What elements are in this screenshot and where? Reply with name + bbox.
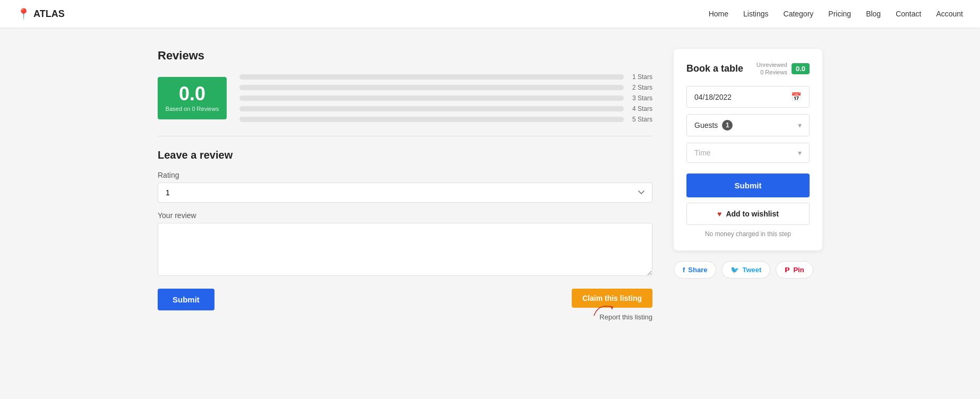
social-share: f Share 🐦 Tweet 𝗣 Pin xyxy=(674,261,822,279)
review-submit-button[interactable]: Submit xyxy=(158,289,214,310)
nav-account[interactable]: Account xyxy=(936,10,963,18)
bar-track-5 xyxy=(239,117,624,122)
tweet-label: Tweet xyxy=(742,266,761,274)
heart-icon: ♥ xyxy=(717,210,721,218)
time-placeholder: Time xyxy=(694,149,711,157)
bar-row-5: 5 Stars xyxy=(239,116,652,123)
leave-review-title: Leave a review xyxy=(158,149,652,161)
facebook-share-button[interactable]: f Share xyxy=(674,261,716,279)
claim-report: Claim this listing Report this listing xyxy=(562,289,652,321)
unreviewed-block: Unreviewed 0 Reviews xyxy=(757,62,787,75)
reviews-count: 0 Reviews xyxy=(760,69,787,75)
share-label: Share xyxy=(688,266,707,274)
guests-chevron-icon: ▾ xyxy=(798,121,802,129)
twitter-icon: 🐦 xyxy=(730,266,739,274)
review-textarea[interactable] xyxy=(158,223,652,276)
svg-marker-0 xyxy=(610,306,613,310)
time-row[interactable]: Time ▾ xyxy=(686,143,810,163)
nav-category[interactable]: Category xyxy=(784,10,814,18)
rating-label: Based on 0 Reviews xyxy=(166,106,219,112)
rating-number: 0.0 xyxy=(179,84,205,103)
bar-track-2 xyxy=(239,85,624,90)
bar-row-2: 2 Stars xyxy=(239,84,652,91)
review-form-group: Your review xyxy=(158,211,652,278)
divider-1 xyxy=(158,136,652,136)
date-input-row[interactable]: 04/18/2022 📅 xyxy=(686,86,810,108)
star-label-4: 4 Stars xyxy=(630,105,652,112)
report-link[interactable]: Report this listing xyxy=(562,313,652,321)
nav-pricing[interactable]: Pricing xyxy=(828,10,851,18)
reviews-summary: 0.0 Based on 0 Reviews 1 Stars 2 Stars 3… xyxy=(158,73,652,123)
book-rating-badge: 0.0 xyxy=(792,63,810,74)
unreviewed-label: Unreviewed xyxy=(757,62,787,68)
guests-row[interactable]: Guests 1 ▾ xyxy=(686,114,810,136)
rating-form-label: Rating xyxy=(158,171,652,179)
star-label-2: 2 Stars xyxy=(630,84,652,91)
bottom-actions: Submit Claim this listing Report this li… xyxy=(158,289,652,321)
nav-contact[interactable]: Contact xyxy=(896,10,921,18)
guests-left: Guests 1 xyxy=(694,120,733,131)
guests-label: Guests xyxy=(694,121,718,129)
bar-row-3: 3 Stars xyxy=(239,94,652,102)
nav-listings[interactable]: Listings xyxy=(743,10,768,18)
bar-track-3 xyxy=(239,96,624,101)
bar-track-4 xyxy=(239,106,624,111)
logo[interactable]: 📍 ATLAS xyxy=(17,7,65,20)
logo-text: ATLAS xyxy=(33,8,65,20)
star-label-5: 5 Stars xyxy=(630,116,652,123)
calendar-icon: 📅 xyxy=(791,92,802,102)
sidebar: Book a table Unreviewed 0 Reviews 0.0 04… xyxy=(674,49,822,321)
guests-badge: 1 xyxy=(722,120,733,131)
facebook-icon: f xyxy=(683,266,685,274)
book-submit-button[interactable]: Submit xyxy=(686,174,810,197)
navbar: 📍 ATLAS Home Listings Category Pricing B… xyxy=(0,0,980,28)
star-label-3: 3 Stars xyxy=(630,94,652,102)
nav-blog[interactable]: Blog xyxy=(866,10,881,18)
book-card-header: Book a table Unreviewed 0 Reviews 0.0 xyxy=(686,62,810,75)
pinterest-share-button[interactable]: 𝗣 Pin xyxy=(776,261,813,279)
twitter-share-button[interactable]: 🐦 Tweet xyxy=(721,261,770,279)
pinterest-icon: 𝗣 xyxy=(785,266,790,274)
wishlist-button[interactable]: ♥ Add to wishlist xyxy=(686,203,810,225)
rating-form-group: Rating 1 2 3 4 5 xyxy=(158,171,652,203)
date-value: 04/18/2022 xyxy=(694,93,732,101)
reviews-title: Reviews xyxy=(158,49,652,63)
review-form-label: Your review xyxy=(158,211,652,220)
book-title: Book a table xyxy=(686,63,743,74)
bar-row-1: 1 Stars xyxy=(239,73,652,81)
star-label-1: 1 Stars xyxy=(630,73,652,81)
book-card: Book a table Unreviewed 0 Reviews 0.0 04… xyxy=(674,49,822,250)
no-charge-text: No money charged in this step xyxy=(686,230,810,238)
rating-box: 0.0 Based on 0 Reviews xyxy=(158,77,227,119)
bar-row-4: 4 Stars xyxy=(239,105,652,112)
logo-icon: 📍 xyxy=(17,7,30,20)
nav-home[interactable]: Home xyxy=(709,10,728,18)
wishlist-label: Add to wishlist xyxy=(726,210,779,218)
nav-links: Home Listings Category Pricing Blog Cont… xyxy=(709,9,963,19)
bar-track-1 xyxy=(239,74,624,80)
pin-label: Pin xyxy=(793,266,804,274)
rating-select[interactable]: 1 2 3 4 5 xyxy=(158,183,652,203)
time-chevron-icon: ▾ xyxy=(798,149,802,157)
rating-bars: 1 Stars 2 Stars 3 Stars 4 Stars 5 Stars xyxy=(239,73,652,123)
main-content: Reviews 0.0 Based on 0 Reviews 1 Stars 2… xyxy=(158,49,652,321)
